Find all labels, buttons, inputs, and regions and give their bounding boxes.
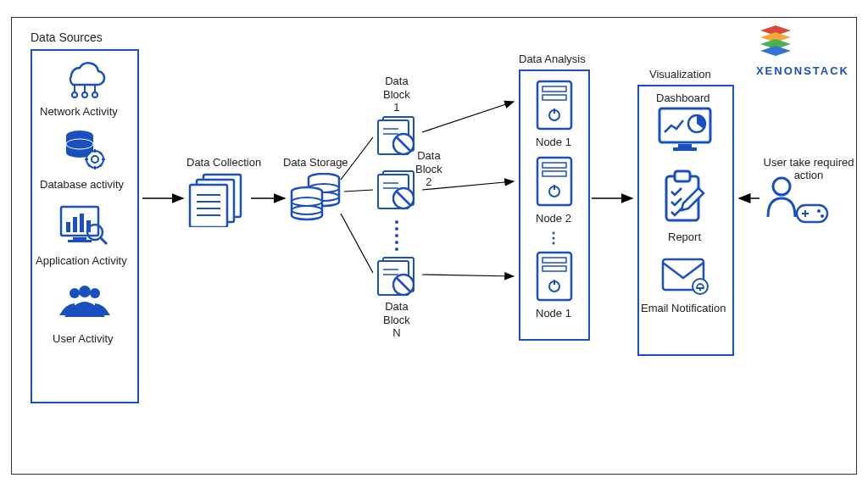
documents-stack-icon — [188, 173, 248, 227]
dashboard-monitor-icon — [658, 107, 712, 153]
svg-point-7 — [72, 92, 77, 97]
email-notification-label: Email Notification — [641, 302, 726, 314]
svg-point-96 — [699, 289, 701, 291]
database-activity-label: Database activity — [40, 178, 124, 191]
ellipsis-small-icon — [551, 231, 556, 246]
data-storage-title: Data Storage — [283, 156, 348, 169]
database-cylinders-icon — [290, 173, 346, 225]
ellipsis-vertical-icon — [392, 219, 401, 253]
svg-point-61 — [395, 234, 398, 237]
email-notification-icon — [661, 256, 710, 297]
users-group-icon — [58, 283, 112, 325]
svg-point-9 — [92, 92, 97, 97]
data-block-n-label: Data Block N — [383, 300, 410, 340]
svg-rect-90 — [678, 144, 692, 147]
svg-point-33 — [90, 288, 100, 298]
server-node-1-icon — [536, 80, 573, 131]
data-block-n-icon — [373, 256, 420, 298]
svg-point-95 — [693, 279, 708, 294]
svg-line-18 — [88, 153, 90, 154]
svg-line-21 — [100, 153, 102, 154]
svg-rect-23 — [66, 222, 70, 232]
stack-icon — [756, 25, 795, 59]
svg-point-81 — [553, 237, 555, 240]
server-node-3-icon — [536, 251, 573, 302]
brand-name: XENONSTACK — [756, 64, 849, 77]
data-sources-title: Data Sources — [31, 31, 103, 44]
data-collection-title: Data Collection — [186, 156, 261, 169]
node-2-label: Node 2 — [536, 212, 571, 225]
svg-marker-3 — [760, 46, 791, 56]
svg-rect-27 — [73, 237, 86, 240]
user-gamepad-icon — [763, 175, 831, 229]
svg-point-60 — [395, 227, 398, 231]
server-node-2-icon — [536, 156, 573, 207]
data-analysis-title: Data Analysis — [519, 53, 586, 65]
svg-point-102 — [821, 214, 824, 218]
svg-point-32 — [79, 286, 91, 297]
svg-rect-98 — [797, 205, 827, 222]
svg-line-30 — [100, 237, 107, 244]
report-label: Report — [668, 231, 701, 243]
database-gear-icon — [63, 129, 107, 171]
data-block-1-label: Data Block 1 — [383, 75, 410, 114]
svg-rect-85 — [542, 266, 566, 271]
dashboard-label: Dashboard — [656, 92, 710, 104]
user-activity-label: User Activity — [53, 332, 114, 345]
svg-point-82 — [553, 242, 555, 245]
svg-point-31 — [70, 288, 80, 298]
svg-rect-84 — [542, 258, 566, 263]
svg-point-63 — [395, 247, 398, 251]
svg-rect-25 — [80, 214, 84, 232]
application-activity-label: Application Activity — [36, 254, 127, 267]
report-clipboard-icon — [661, 169, 709, 224]
svg-rect-36 — [190, 185, 227, 227]
svg-line-19 — [100, 164, 102, 166]
svg-rect-72 — [542, 95, 566, 100]
svg-point-101 — [817, 209, 821, 213]
svg-rect-71 — [542, 86, 566, 92]
svg-point-62 — [395, 241, 398, 244]
svg-rect-93 — [675, 171, 690, 181]
svg-rect-28 — [68, 240, 92, 242]
data-block-2-icon — [373, 169, 420, 212]
node-1-label: Node 1 — [536, 136, 571, 148]
svg-rect-77 — [542, 171, 566, 176]
svg-point-8 — [82, 92, 87, 97]
brand-logo: XENONSTACK — [756, 25, 849, 77]
svg-rect-91 — [673, 147, 697, 151]
svg-line-20 — [88, 164, 90, 166]
data-block-1-icon — [373, 115, 420, 158]
network-activity-label: Network Activity — [40, 105, 118, 118]
svg-rect-24 — [73, 217, 77, 232]
application-chart-icon — [59, 205, 110, 249]
svg-rect-76 — [542, 163, 566, 168]
svg-point-80 — [553, 232, 555, 235]
cloud-network-icon — [61, 61, 108, 100]
svg-point-59 — [395, 220, 398, 224]
node-3-label: Node 1 — [536, 307, 571, 320]
visualization-title: Visualization — [649, 68, 711, 81]
svg-point-97 — [773, 178, 790, 195]
